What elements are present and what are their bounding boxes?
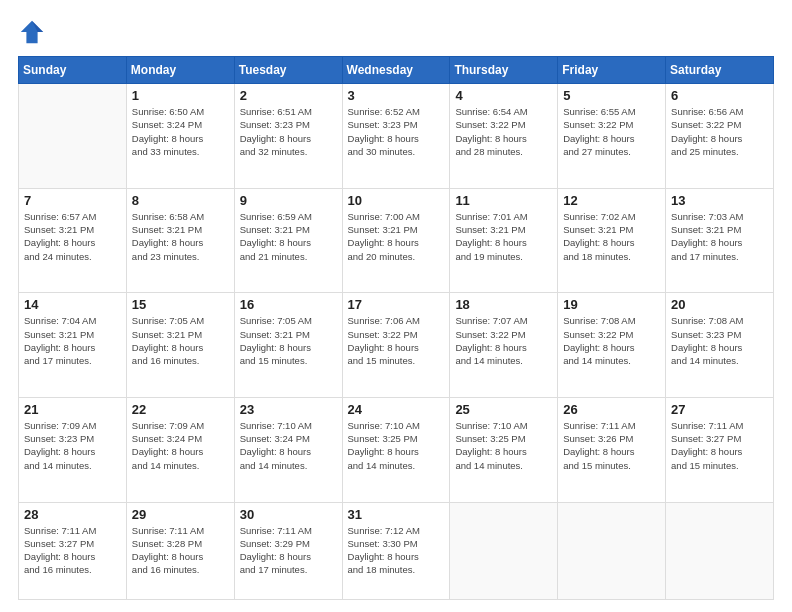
- day-number: 7: [24, 193, 121, 208]
- calendar-cell: 26Sunrise: 7:11 AMSunset: 3:26 PMDayligh…: [558, 397, 666, 502]
- calendar-cell: 14Sunrise: 7:04 AMSunset: 3:21 PMDayligh…: [19, 293, 127, 398]
- day-number: 27: [671, 402, 768, 417]
- calendar-cell: 12Sunrise: 7:02 AMSunset: 3:21 PMDayligh…: [558, 188, 666, 293]
- cell-info: Sunrise: 6:58 AMSunset: 3:21 PMDaylight:…: [132, 210, 229, 263]
- cell-info: Sunrise: 7:00 AMSunset: 3:21 PMDaylight:…: [348, 210, 445, 263]
- cell-info: Sunrise: 7:08 AMSunset: 3:23 PMDaylight:…: [671, 314, 768, 367]
- cell-info: Sunrise: 6:55 AMSunset: 3:22 PMDaylight:…: [563, 105, 660, 158]
- calendar-cell: 28Sunrise: 7:11 AMSunset: 3:27 PMDayligh…: [19, 502, 127, 600]
- calendar-cell: 21Sunrise: 7:09 AMSunset: 3:23 PMDayligh…: [19, 397, 127, 502]
- calendar-week-row: 7Sunrise: 6:57 AMSunset: 3:21 PMDaylight…: [19, 188, 774, 293]
- calendar-cell: [19, 84, 127, 189]
- cell-info: Sunrise: 6:59 AMSunset: 3:21 PMDaylight:…: [240, 210, 337, 263]
- day-number: 28: [24, 507, 121, 522]
- calendar-cell: 10Sunrise: 7:00 AMSunset: 3:21 PMDayligh…: [342, 188, 450, 293]
- calendar-cell: 2Sunrise: 6:51 AMSunset: 3:23 PMDaylight…: [234, 84, 342, 189]
- calendar-cell: 6Sunrise: 6:56 AMSunset: 3:22 PMDaylight…: [666, 84, 774, 189]
- cell-info: Sunrise: 7:12 AMSunset: 3:30 PMDaylight:…: [348, 524, 445, 577]
- cell-info: Sunrise: 7:11 AMSunset: 3:27 PMDaylight:…: [24, 524, 121, 577]
- day-number: 21: [24, 402, 121, 417]
- header: [18, 18, 774, 46]
- cell-info: Sunrise: 7:10 AMSunset: 3:25 PMDaylight:…: [455, 419, 552, 472]
- cell-info: Sunrise: 7:10 AMSunset: 3:25 PMDaylight:…: [348, 419, 445, 472]
- calendar-cell: 20Sunrise: 7:08 AMSunset: 3:23 PMDayligh…: [666, 293, 774, 398]
- day-number: 24: [348, 402, 445, 417]
- cell-info: Sunrise: 7:07 AMSunset: 3:22 PMDaylight:…: [455, 314, 552, 367]
- calendar-cell: [450, 502, 558, 600]
- day-number: 23: [240, 402, 337, 417]
- day-number: 29: [132, 507, 229, 522]
- day-number: 13: [671, 193, 768, 208]
- calendar-day-header: Wednesday: [342, 57, 450, 84]
- calendar-cell: 11Sunrise: 7:01 AMSunset: 3:21 PMDayligh…: [450, 188, 558, 293]
- day-number: 9: [240, 193, 337, 208]
- calendar-cell: 18Sunrise: 7:07 AMSunset: 3:22 PMDayligh…: [450, 293, 558, 398]
- cell-info: Sunrise: 7:09 AMSunset: 3:24 PMDaylight:…: [132, 419, 229, 472]
- calendar-day-header: Friday: [558, 57, 666, 84]
- day-number: 31: [348, 507, 445, 522]
- calendar-day-header: Sunday: [19, 57, 127, 84]
- calendar-cell: 17Sunrise: 7:06 AMSunset: 3:22 PMDayligh…: [342, 293, 450, 398]
- calendar-cell: 1Sunrise: 6:50 AMSunset: 3:24 PMDaylight…: [126, 84, 234, 189]
- calendar-header-row: SundayMondayTuesdayWednesdayThursdayFrid…: [19, 57, 774, 84]
- calendar-cell: 7Sunrise: 6:57 AMSunset: 3:21 PMDaylight…: [19, 188, 127, 293]
- calendar-cell: 8Sunrise: 6:58 AMSunset: 3:21 PMDaylight…: [126, 188, 234, 293]
- day-number: 18: [455, 297, 552, 312]
- cell-info: Sunrise: 6:54 AMSunset: 3:22 PMDaylight:…: [455, 105, 552, 158]
- logo-icon: [18, 18, 46, 46]
- calendar-cell: 31Sunrise: 7:12 AMSunset: 3:30 PMDayligh…: [342, 502, 450, 600]
- cell-info: Sunrise: 6:57 AMSunset: 3:21 PMDaylight:…: [24, 210, 121, 263]
- day-number: 26: [563, 402, 660, 417]
- cell-info: Sunrise: 7:01 AMSunset: 3:21 PMDaylight:…: [455, 210, 552, 263]
- day-number: 22: [132, 402, 229, 417]
- calendar-cell: 23Sunrise: 7:10 AMSunset: 3:24 PMDayligh…: [234, 397, 342, 502]
- cell-info: Sunrise: 7:05 AMSunset: 3:21 PMDaylight:…: [132, 314, 229, 367]
- cell-info: Sunrise: 7:05 AMSunset: 3:21 PMDaylight:…: [240, 314, 337, 367]
- calendar-cell: 25Sunrise: 7:10 AMSunset: 3:25 PMDayligh…: [450, 397, 558, 502]
- day-number: 12: [563, 193, 660, 208]
- cell-info: Sunrise: 7:11 AMSunset: 3:28 PMDaylight:…: [132, 524, 229, 577]
- calendar-cell: 15Sunrise: 7:05 AMSunset: 3:21 PMDayligh…: [126, 293, 234, 398]
- day-number: 6: [671, 88, 768, 103]
- cell-info: Sunrise: 6:50 AMSunset: 3:24 PMDaylight:…: [132, 105, 229, 158]
- cell-info: Sunrise: 6:51 AMSunset: 3:23 PMDaylight:…: [240, 105, 337, 158]
- cell-info: Sunrise: 7:11 AMSunset: 3:27 PMDaylight:…: [671, 419, 768, 472]
- calendar-table: SundayMondayTuesdayWednesdayThursdayFrid…: [18, 56, 774, 600]
- calendar-week-row: 21Sunrise: 7:09 AMSunset: 3:23 PMDayligh…: [19, 397, 774, 502]
- calendar-cell: 22Sunrise: 7:09 AMSunset: 3:24 PMDayligh…: [126, 397, 234, 502]
- cell-info: Sunrise: 7:11 AMSunset: 3:26 PMDaylight:…: [563, 419, 660, 472]
- day-number: 20: [671, 297, 768, 312]
- day-number: 4: [455, 88, 552, 103]
- cell-info: Sunrise: 7:09 AMSunset: 3:23 PMDaylight:…: [24, 419, 121, 472]
- calendar-cell: 30Sunrise: 7:11 AMSunset: 3:29 PMDayligh…: [234, 502, 342, 600]
- calendar-cell: 29Sunrise: 7:11 AMSunset: 3:28 PMDayligh…: [126, 502, 234, 600]
- day-number: 14: [24, 297, 121, 312]
- cell-info: Sunrise: 7:03 AMSunset: 3:21 PMDaylight:…: [671, 210, 768, 263]
- calendar-cell: [666, 502, 774, 600]
- calendar-cell: [558, 502, 666, 600]
- day-number: 16: [240, 297, 337, 312]
- calendar-week-row: 1Sunrise: 6:50 AMSunset: 3:24 PMDaylight…: [19, 84, 774, 189]
- calendar-cell: 4Sunrise: 6:54 AMSunset: 3:22 PMDaylight…: [450, 84, 558, 189]
- calendar-cell: 19Sunrise: 7:08 AMSunset: 3:22 PMDayligh…: [558, 293, 666, 398]
- cell-info: Sunrise: 7:11 AMSunset: 3:29 PMDaylight:…: [240, 524, 337, 577]
- calendar-cell: 27Sunrise: 7:11 AMSunset: 3:27 PMDayligh…: [666, 397, 774, 502]
- cell-info: Sunrise: 6:52 AMSunset: 3:23 PMDaylight:…: [348, 105, 445, 158]
- calendar-cell: 5Sunrise: 6:55 AMSunset: 3:22 PMDaylight…: [558, 84, 666, 189]
- calendar-day-header: Tuesday: [234, 57, 342, 84]
- day-number: 30: [240, 507, 337, 522]
- page: SundayMondayTuesdayWednesdayThursdayFrid…: [0, 0, 792, 612]
- cell-info: Sunrise: 7:08 AMSunset: 3:22 PMDaylight:…: [563, 314, 660, 367]
- calendar-day-header: Monday: [126, 57, 234, 84]
- calendar-day-header: Thursday: [450, 57, 558, 84]
- cell-info: Sunrise: 6:56 AMSunset: 3:22 PMDaylight:…: [671, 105, 768, 158]
- calendar-week-row: 14Sunrise: 7:04 AMSunset: 3:21 PMDayligh…: [19, 293, 774, 398]
- calendar-cell: 16Sunrise: 7:05 AMSunset: 3:21 PMDayligh…: [234, 293, 342, 398]
- day-number: 17: [348, 297, 445, 312]
- day-number: 15: [132, 297, 229, 312]
- calendar-cell: 9Sunrise: 6:59 AMSunset: 3:21 PMDaylight…: [234, 188, 342, 293]
- day-number: 5: [563, 88, 660, 103]
- calendar-cell: 24Sunrise: 7:10 AMSunset: 3:25 PMDayligh…: [342, 397, 450, 502]
- day-number: 8: [132, 193, 229, 208]
- day-number: 10: [348, 193, 445, 208]
